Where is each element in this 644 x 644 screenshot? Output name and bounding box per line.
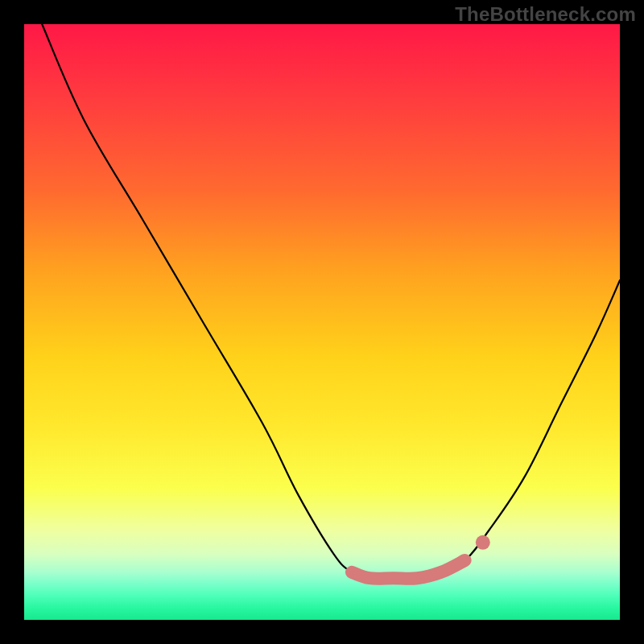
chart-frame: TheBottleneck.com — [0, 0, 644, 644]
chart-svg — [24, 24, 620, 620]
bottleneck-curve-path — [42, 24, 620, 579]
plot-area — [24, 24, 620, 620]
bottleneck-highlight-dot — [476, 535, 490, 550]
bottleneck-highlight-path — [352, 560, 465, 579]
watermark-text: TheBottleneck.com — [455, 3, 636, 26]
